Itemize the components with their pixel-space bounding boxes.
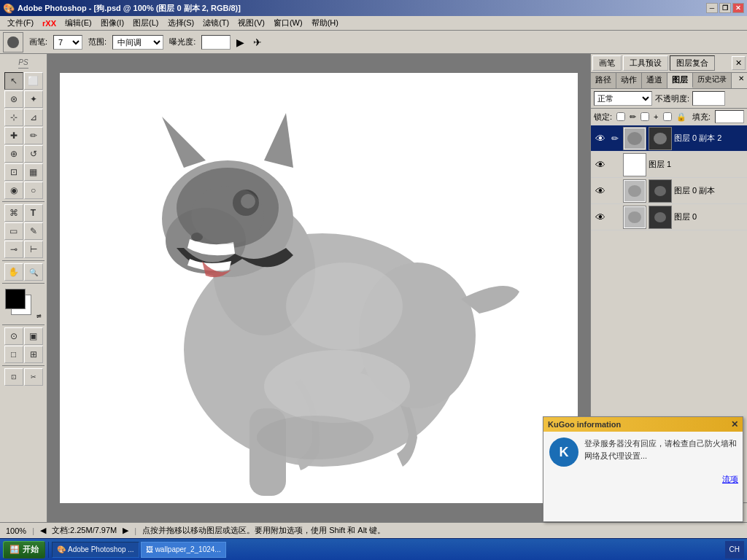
svg-point-20 xyxy=(654,133,667,144)
swap-colors-icon[interactable]: ⇌ xyxy=(36,313,42,319)
kugoo-title-text: KuGoo information xyxy=(548,420,621,429)
svg-point-18 xyxy=(627,132,642,145)
tab-layers[interactable]: 图层 xyxy=(667,73,693,88)
tab-actions[interactable]: 动作 xyxy=(616,73,642,88)
nav-arrow-right[interactable]: ▶ xyxy=(123,526,128,535)
tool-history-brush[interactable]: ↺ xyxy=(24,145,43,163)
menu-view[interactable]: 视图(V) xyxy=(233,17,269,29)
menu-image[interactable]: 图像(I) xyxy=(96,17,128,29)
tab-history[interactable]: 历史记录 xyxy=(693,73,732,88)
restore-button[interactable]: ❐ xyxy=(719,3,731,13)
tool-screen-full[interactable]: □ xyxy=(4,346,23,363)
menu-layer[interactable]: 图层(L) xyxy=(128,17,163,29)
tool-gradient[interactable]: ▦ xyxy=(24,163,43,181)
start-button[interactable]: 🪟 开始 xyxy=(3,541,45,559)
layer-item-1[interactable]: 👁 图层 0 xyxy=(591,204,747,230)
opacity-input[interactable]: 100% xyxy=(692,91,725,106)
layer-eye-2[interactable]: 👁 xyxy=(594,184,607,198)
taskbar-btn-photoshop[interactable]: 🎨 Adobe Photoshop ... xyxy=(52,542,139,558)
panel-tab-layer-comp[interactable]: 图层复合 xyxy=(670,55,715,71)
tool-shape[interactable]: ▭ xyxy=(4,222,23,240)
layers-tabs: 路径 动作 通道 图层 历史记录 ✕ xyxy=(591,73,747,89)
layer-item-2[interactable]: 👁 图层 0 副本 xyxy=(591,178,747,204)
menu-help[interactable]: 帮助(H) xyxy=(307,17,343,29)
tool-crop[interactable]: ⊹ xyxy=(4,109,23,126)
title-bar: 🎨 Adobe Photoshop - [狗.psd @ 100% (图层 0 … xyxy=(0,0,747,16)
tool-eraser[interactable]: ⊡ xyxy=(4,163,23,181)
airbrush-icon[interactable]: ✈ xyxy=(253,36,262,48)
layer-item-3[interactable]: 👁 图层 1 xyxy=(591,152,747,178)
tab-channels[interactable]: 通道 xyxy=(642,73,667,88)
foreground-color[interactable] xyxy=(5,289,26,309)
lock-move-icon: + xyxy=(654,112,658,121)
tool-eyedropper[interactable]: ⊸ xyxy=(4,241,23,258)
layer-eye-4[interactable]: 👁 xyxy=(594,132,607,145)
tool-pen[interactable]: ⌘ xyxy=(4,204,23,222)
tool-blur[interactable]: ◉ xyxy=(4,182,23,199)
lock-transparent-checkbox[interactable] xyxy=(616,112,625,121)
tool-hand[interactable]: ✋ xyxy=(4,263,23,281)
menu-file[interactable]: 文件(F) xyxy=(3,17,38,29)
taskbar-btn-wallpaper[interactable]: 🖼 wallpaper_2_1024... xyxy=(141,542,226,558)
layer-thumb-1 xyxy=(623,206,646,229)
fill-input[interactable]: 100% xyxy=(715,110,744,123)
minimize-button[interactable]: ─ xyxy=(706,3,718,13)
tool-extra1[interactable]: ⊡ xyxy=(4,368,23,386)
kugoo-close-btn[interactable]: ✕ xyxy=(731,419,738,429)
range-select[interactable]: 阴影 中间调 高光 xyxy=(112,35,163,50)
panel-tab-brush[interactable]: 画笔 xyxy=(592,55,622,71)
menu-window[interactable]: 窗口(W) xyxy=(269,17,307,29)
menu-select[interactable]: 选择(S) xyxy=(163,17,199,29)
canvas-area xyxy=(47,54,590,522)
brush-size-select[interactable]: 7 xyxy=(53,35,82,50)
layer-brush-4: ✏ xyxy=(609,133,621,144)
tool-mask-mode[interactable]: ⊙ xyxy=(4,327,23,345)
tool-notes[interactable]: ✎ xyxy=(24,222,43,240)
status-bar: 100% | ◀ 文档:2.25M/7.97M ▶ | 点按并拖移以移动图层或选… xyxy=(0,522,747,538)
kugoo-title-bar: KuGoo information ✕ xyxy=(543,417,743,432)
close-button[interactable]: ✕ xyxy=(732,3,744,13)
tool-select-rect[interactable]: ⬜ xyxy=(24,72,43,90)
zoom-level: 100% xyxy=(6,526,26,535)
tool-text[interactable]: T xyxy=(24,204,43,222)
tool-slice[interactable]: ⊿ xyxy=(24,109,43,126)
brush-label: 画笔: xyxy=(29,36,47,47)
nav-arrow-left[interactable]: ◀ xyxy=(40,526,46,535)
layer-brush-2 xyxy=(609,185,621,197)
tool-dodge[interactable]: ○ xyxy=(24,182,43,199)
layer-mask-2 xyxy=(649,179,672,203)
tool-screen-mode[interactable]: ▣ xyxy=(24,327,43,345)
canvas-image xyxy=(60,73,578,503)
layer-item-4[interactable]: 👁 ✏ 图层 0 副本 2 xyxy=(591,125,747,152)
lock-all-icon: 🔒 xyxy=(676,112,686,122)
tool-lasso[interactable]: ⊛ xyxy=(4,90,23,108)
panel-close-layers[interactable]: ✕ xyxy=(735,73,747,88)
lock-move-checkbox[interactable] xyxy=(640,112,649,121)
layer-eye-1[interactable]: 👁 xyxy=(594,211,607,224)
options-bar: 画笔: 7 范围: 阴影 中间调 高光 曝光度: 5% ▶ ✈ xyxy=(0,31,747,54)
tool-zoom[interactable]: 🔍 xyxy=(24,263,43,281)
panel-close-top[interactable]: ✕ xyxy=(732,56,746,70)
blend-mode-select[interactable]: 正常 xyxy=(594,91,652,106)
exposure-input[interactable]: 5% xyxy=(201,35,231,50)
tool-screen-options[interactable]: ⊞ xyxy=(24,346,43,363)
menu-special[interactable]: rXX xyxy=(38,18,61,28)
tool-extra2[interactable]: ✂ xyxy=(24,368,43,386)
tool-brush[interactable]: ✏ xyxy=(24,127,43,144)
layer-eye-3[interactable]: 👁 xyxy=(594,158,607,171)
lock-all-checkbox[interactable] xyxy=(663,112,672,121)
brush-preview[interactable] xyxy=(3,32,23,52)
layer-thumb-2 xyxy=(623,179,646,203)
tool-heal[interactable]: ✚ xyxy=(4,127,23,144)
tool-move[interactable]: ↖ xyxy=(4,72,23,90)
tool-stamp[interactable]: ⊕ xyxy=(4,145,23,163)
tab-path[interactable]: 路径 xyxy=(591,73,616,88)
menu-edit[interactable]: 编辑(E) xyxy=(61,17,96,29)
tool-measure[interactable]: ⊢ xyxy=(24,241,43,258)
svg-point-24 xyxy=(654,186,666,196)
tool-magic-wand[interactable]: ✦ xyxy=(24,90,43,108)
panel-tab-tool-presets[interactable]: 工具预设 xyxy=(623,55,668,71)
canvas[interactable] xyxy=(60,73,578,503)
menu-filter[interactable]: 滤镜(T) xyxy=(198,17,233,29)
kugoo-link[interactable]: 流项 xyxy=(722,475,738,483)
